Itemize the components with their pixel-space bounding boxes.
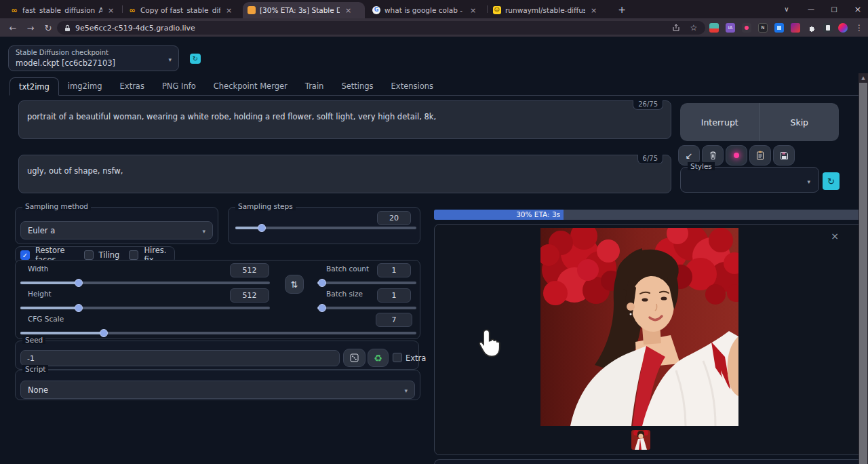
browser-menu-kebab-icon[interactable]: ⋮ <box>853 22 865 33</box>
skip-button[interactable]: Skip <box>760 103 840 141</box>
extension-icon-person[interactable] <box>709 23 719 33</box>
negative-prompt-textarea[interactable]: ugly, out of shape, nsfw, <box>18 155 671 193</box>
window-close-button[interactable]: × <box>846 0 868 18</box>
floppy-save-icon <box>780 151 789 160</box>
tab-checkpoint-merger[interactable]: Checkpoint Merger <box>205 77 296 96</box>
prompt-token-counter: 26/75 <box>633 100 663 110</box>
height-slider[interactable] <box>20 307 270 309</box>
tab-train[interactable]: Train <box>296 77 333 96</box>
tab-txt2img[interactable]: txt2img <box>9 77 59 96</box>
slider-thumb[interactable] <box>318 304 326 312</box>
profile-avatar[interactable] <box>838 23 848 33</box>
slider-thumb[interactable] <box>75 304 83 312</box>
window-maximize-button[interactable]: □ <box>823 0 846 18</box>
reuse-seed-button[interactable]: ♻ <box>368 349 389 367</box>
checkpoint-value: model.ckpt [cc6cb27103] <box>16 58 115 68</box>
cfg-scale-slider[interactable] <box>20 332 416 334</box>
scrollbar-up-icon[interactable]: ▲ <box>859 73 868 83</box>
extension-icon-pink[interactable] <box>742 23 751 33</box>
extension-icon-blue[interactable] <box>774 23 784 33</box>
chevron-down-icon: ▾ <box>202 228 205 235</box>
url-text: 9e5e6cc2-c519-4dc5.gradio.live <box>75 24 195 33</box>
styles-label: Styles <box>688 162 715 170</box>
tab-extensions[interactable]: Extensions <box>382 77 442 96</box>
dice-icon <box>350 353 359 362</box>
url-field[interactable]: 9e5e6cc2-c519-4dc5.gradio.live <box>57 21 705 35</box>
window-minimize-button[interactable]: — <box>800 0 823 18</box>
batch-count-slider[interactable] <box>317 282 416 284</box>
checkpoint-dropdown[interactable]: Stable Diffusion checkpoint model.ckpt [… <box>8 45 179 71</box>
slider-thumb[interactable] <box>75 279 83 287</box>
slider-thumb[interactable] <box>318 279 326 287</box>
batch-size-label: Batch size <box>326 290 363 298</box>
batch-size-slider[interactable] <box>317 307 416 309</box>
sampling-method-group: Sampling method Euler a ▾ <box>15 207 218 244</box>
browser-tab-2[interactable]: ∞ Copy of fast_stable_diffusion × <box>123 2 240 18</box>
batch-count-input[interactable]: 1 <box>377 263 411 277</box>
chevron-down-icon: ▾ <box>807 178 810 185</box>
tab-search-chevron-icon[interactable]: ∨ <box>775 0 798 18</box>
extra-networks-button[interactable] <box>726 145 747 166</box>
extension-icon-dark[interactable] <box>823 23 833 33</box>
height-input[interactable]: 512 <box>230 288 269 303</box>
interrupt-button[interactable]: Interrupt <box>680 103 760 141</box>
tab-close-icon[interactable]: × <box>224 6 233 15</box>
colab-icon: ∞ <box>128 6 136 14</box>
script-select[interactable]: None ▾ <box>20 381 415 399</box>
page-scrollbar[interactable]: ▲ ▼ <box>859 73 868 464</box>
bookmark-star-icon[interactable]: ☆ <box>688 22 700 33</box>
gallery-close-icon[interactable]: × <box>829 231 840 241</box>
generation-controls: Interrupt Skip <box>680 103 839 141</box>
extra-networks-icon <box>734 153 739 158</box>
random-seed-button[interactable] <box>343 349 366 367</box>
extra-seed-checkbox[interactable] <box>393 353 402 362</box>
styles-dropdown[interactable]: Styles ▾ <box>680 167 819 193</box>
swap-width-height-button[interactable]: ⇅ <box>285 275 304 294</box>
prompt-textarea[interactable]: portrait of a beautiful woman, wearing a… <box>18 100 671 139</box>
batch-size-input[interactable]: 1 <box>377 288 411 303</box>
browser-tab-5[interactable]: ☺ runwayml/stable-diffusion-v1 × <box>488 2 609 18</box>
tiling-checkbox[interactable] <box>84 250 94 260</box>
restore-faces-checkbox[interactable]: ✓ <box>20 250 30 260</box>
tab-png-info[interactable]: PNG Info <box>153 77 205 96</box>
extension-icon-ia[interactable]: IA <box>726 23 735 33</box>
share-icon[interactable] <box>670 22 682 33</box>
refresh-styles-button[interactable]: ↻ <box>823 172 840 190</box>
browser-tab-4[interactable]: G what is google colab - Googl × <box>368 2 486 18</box>
tab-img2img[interactable]: img2img <box>59 77 111 96</box>
tab-close-icon[interactable]: × <box>344 6 353 15</box>
tab-close-icon[interactable]: × <box>469 6 477 15</box>
hires-fix-checkbox[interactable] <box>129 250 138 260</box>
gallery-thumbnail[interactable] <box>631 430 650 450</box>
back-button[interactable]: ← <box>5 21 20 35</box>
new-tab-button[interactable]: + <box>614 3 629 16</box>
scrollbar-thumb[interactable] <box>859 83 867 464</box>
save-style-button[interactable] <box>773 145 795 166</box>
swap-icon: ⇅ <box>291 279 298 290</box>
tab-settings[interactable]: Settings <box>332 77 382 96</box>
width-input[interactable]: 512 <box>230 263 269 277</box>
browser-tab-active[interactable]: [30% ETA: 3s] Stable Diffusion × <box>243 2 365 18</box>
extension-icon-purple[interactable] <box>791 23 800 33</box>
refresh-checkpoint-button[interactable]: ↻ <box>190 54 201 64</box>
extension-icon-notion[interactable]: N <box>758 23 768 33</box>
browser-tab-bar: ∞ fast_stable_diffusion_AUTOMA × ∞ Copy … <box>0 0 868 18</box>
reload-button[interactable]: ↻ <box>41 21 56 35</box>
apply-styles-button[interactable] <box>749 145 771 166</box>
slider-thumb[interactable] <box>258 224 266 232</box>
width-slider[interactable] <box>20 282 270 284</box>
sampling-method-select[interactable]: Euler a ▾ <box>20 221 213 239</box>
seed-input[interactable]: -1 <box>20 350 340 366</box>
browser-tab-1[interactable]: ∞ fast_stable_diffusion_AUTOMA × <box>5 2 121 18</box>
extensions-puzzle-icon[interactable] <box>807 23 816 33</box>
forward-button[interactable]: → <box>23 21 38 35</box>
slider-thumb[interactable] <box>100 329 108 337</box>
chevron-down-icon: ▾ <box>168 56 172 63</box>
tab-extras[interactable]: Extras <box>111 77 153 96</box>
tab-close-icon[interactable]: × <box>106 6 115 15</box>
cfg-scale-input[interactable]: 7 <box>376 313 412 327</box>
sampling-steps-slider[interactable] <box>235 227 416 229</box>
tab-close-icon[interactable]: × <box>589 6 598 15</box>
sampling-steps-input[interactable]: 20 <box>377 211 411 225</box>
generated-image[interactable] <box>540 228 738 426</box>
